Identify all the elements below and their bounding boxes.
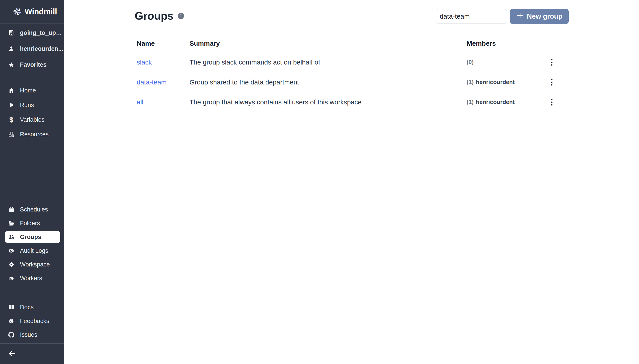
robot-icon	[8, 275, 15, 282]
sidebar-footer	[0, 344, 64, 364]
column-header-summary: Summary	[189, 40, 467, 47]
user-icon	[8, 46, 15, 52]
new-group-button[interactable]: New group	[510, 9, 569, 24]
table-row: data-team Group shared to the data depar…	[135, 72, 569, 92]
eye-icon	[8, 248, 15, 254]
group-summary: Group shared to the data department	[189, 78, 467, 86]
column-header-members: Members	[467, 40, 535, 47]
workspace-name: going_to_upg...	[20, 30, 64, 36]
page-header: Groups	[135, 8, 184, 24]
info-icon	[178, 13, 184, 19]
group-name-input[interactable]	[436, 9, 507, 24]
members-count: (0)	[467, 59, 474, 66]
sidebar-item-docs[interactable]: Docs	[0, 300, 64, 314]
building-icon	[8, 30, 15, 36]
group-link[interactable]: slack	[137, 58, 152, 66]
star-icon	[8, 62, 15, 68]
row-menu-button[interactable]	[546, 76, 558, 88]
app-logo[interactable]: Windmill	[0, 0, 64, 24]
kebab-icon	[551, 79, 552, 86]
sidebar-item-folders[interactable]: Folders	[0, 216, 64, 230]
sidebar-item-issues[interactable]: Issues	[0, 328, 64, 342]
user-name: henricourden...	[20, 46, 63, 52]
table-row: all The group that always contains all u…	[135, 92, 569, 112]
column-header-name: Name	[135, 40, 189, 47]
kebab-icon	[551, 59, 552, 66]
table-header: Name Summary Members	[135, 34, 569, 52]
sidebar-item-schedules[interactable]: Schedules	[0, 202, 64, 216]
discord-icon	[8, 318, 15, 324]
sidebar-item-resources[interactable]: Resources	[0, 127, 64, 142]
sidebar-item-workspace-settings[interactable]: Workspace	[0, 258, 64, 271]
toolbar: New group	[436, 8, 569, 24]
dollar-icon: $	[8, 116, 15, 123]
members-count: (1)	[467, 99, 474, 105]
group-link[interactable]: data-team	[137, 78, 167, 86]
table-row: slack The group slack commands act on be…	[135, 52, 569, 72]
gear-icon	[8, 261, 15, 268]
members-names: henricourdent	[476, 99, 515, 105]
sidebar-item-workers[interactable]: Workers	[0, 271, 64, 285]
github-icon	[8, 332, 15, 338]
book-open-icon	[8, 304, 15, 310]
sidebar-item-feedbacks[interactable]: Feedbacks	[0, 314, 64, 328]
sidebar-workspace-section: going_to_upg... henricourden... Favorite…	[0, 24, 64, 77]
windmill-logo-icon	[13, 7, 22, 17]
app-name: Windmill	[25, 7, 57, 16]
info-button[interactable]	[178, 13, 184, 19]
sidebar-item-home[interactable]: Home	[0, 83, 64, 98]
users-cog-icon	[8, 234, 15, 240]
collapse-sidebar-button[interactable]	[6, 347, 18, 360]
page-title: Groups	[135, 10, 173, 22]
sidebar-main-nav: Home Runs $ Variables Resources	[0, 83, 64, 142]
arrow-left-icon	[8, 349, 17, 359]
group-summary: The group slack commands act on belhalf …	[189, 58, 467, 66]
play-icon	[8, 102, 15, 108]
folder-open-icon	[8, 220, 15, 226]
sidebar-help-nav: Docs Feedbacks Issues	[0, 300, 64, 342]
sidebar-item-favorites[interactable]: Favorites	[0, 57, 64, 73]
group-members: (1)henricourdent	[467, 79, 535, 86]
kebab-icon	[551, 99, 552, 106]
home-icon	[8, 87, 15, 94]
row-menu-button[interactable]	[546, 56, 558, 68]
members-count: (1)	[467, 79, 474, 85]
group-members: (1)henricourdent	[467, 99, 535, 106]
group-summary: The group that always contains all users…	[189, 98, 467, 106]
sidebar-item-audit-logs[interactable]: Audit Logs	[0, 244, 64, 258]
groups-table: Name Summary Members slack The group sla…	[135, 34, 569, 112]
group-members: (0)	[467, 59, 535, 66]
new-group-button-label: New group	[527, 12, 562, 20]
sidebar-item-groups[interactable]: Groups	[5, 231, 60, 243]
sidebar: Windmill going_to_upg... henricourden...…	[0, 0, 64, 364]
sidebar-item-variables[interactable]: $ Variables	[0, 112, 64, 127]
sidebar-admin-nav: Schedules Folders Groups Audit Logs Work…	[0, 202, 64, 285]
sidebar-item-runs[interactable]: Runs	[0, 98, 64, 112]
sidebar-item-user-menu[interactable]: henricourden...	[0, 41, 64, 57]
row-menu-button[interactable]	[546, 96, 558, 108]
plus-icon	[516, 12, 524, 21]
main-content: Groups New group Name Summary Members sl…	[64, 0, 639, 364]
boxes-icon	[8, 131, 15, 138]
calendar-icon	[8, 206, 15, 213]
members-names: henricourdent	[476, 79, 515, 85]
sidebar-item-workspace-switcher[interactable]: going_to_upg...	[0, 25, 64, 41]
group-link[interactable]: all	[137, 98, 143, 106]
